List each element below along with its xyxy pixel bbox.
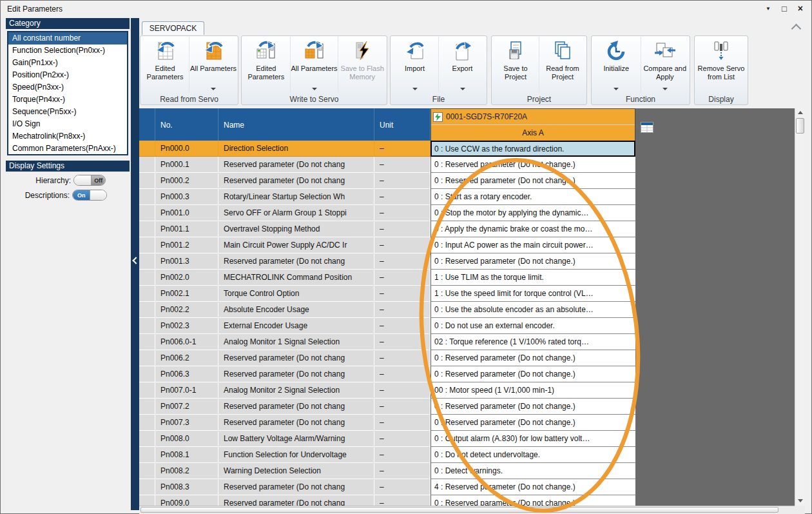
cell-value[interactable]: 0 : Reserved parameter (Do not change.): [430, 366, 635, 382]
row-selector[interactable]: [139, 318, 155, 334]
cell-value[interactable]: 0 : Stop the motor by applying the dynam…: [430, 205, 635, 221]
row-selector[interactable]: [139, 253, 155, 270]
cell-value[interactable]: 1 : Use the speed limit for torque contr…: [430, 286, 635, 302]
collapse-ribbon-icon[interactable]: [791, 24, 802, 34]
cell-value[interactable]: 0 : Start as a rotary encoder.: [430, 189, 635, 205]
category-item[interactable]: Mechatrolink(Pn8xx-): [8, 130, 127, 143]
cell-value[interactable]: 0 : Use the absolute encoder as an absol…: [430, 302, 635, 318]
cell-value[interactable]: 0 : Reserved parameter (Do not change.): [430, 157, 635, 173]
row-selector[interactable]: [139, 366, 155, 382]
horizontal-scrollbar[interactable]: [139, 506, 795, 514]
cell-value[interactable]: 0 : Reserved parameter (Do not change.): [430, 350, 635, 366]
write-all-parameters-button[interactable]: All Parameters: [290, 37, 338, 92]
table-row[interactable]: Pn007.2Reserved parameter (Do not chang–…: [139, 399, 635, 415]
table-row[interactable]: Pn001.1Overtravel Stopping Method–0 : Ap…: [139, 221, 635, 237]
category-item[interactable]: I/O Sign: [8, 118, 127, 130]
row-selector[interactable]: [139, 237, 155, 253]
row-selector[interactable]: [139, 270, 155, 286]
row-selector[interactable]: [139, 205, 155, 221]
cell-value[interactable]: 0 : Output alarm (A.830) for low battery…: [430, 431, 635, 447]
compare-and-apply-button[interactable]: Compare and Apply: [641, 37, 690, 92]
table-view-icon[interactable]: [641, 122, 653, 135]
table-row[interactable]: Pn006.3Reserved parameter (Do not chang–…: [139, 366, 635, 382]
table-row[interactable]: Pn008.2Warning Detection Selection–0 : D…: [139, 463, 635, 479]
table-row[interactable]: Pn002.1Torque Control Option–1 : Use the…: [139, 286, 635, 302]
cell-value[interactable]: 0 : Reserved parameter (Do not change.): [430, 495, 635, 506]
cell-value[interactable]: 0 : Detect warnings.: [430, 463, 635, 479]
row-selector[interactable]: [139, 479, 155, 495]
row-selector[interactable]: [139, 399, 155, 415]
table-row[interactable]: Pn000.1Reserved parameter (Do not chang–…: [139, 157, 635, 173]
table-row[interactable]: Pn000.2Reserved parameter (Do not chang–…: [139, 173, 635, 189]
table-row[interactable]: Pn001.2Main Circuit Power Supply AC/DC I…: [139, 237, 635, 253]
category-item[interactable]: Torque(Pn4xx-): [8, 94, 127, 106]
write-edited-parameters-button[interactable]: Edited Parameters: [242, 37, 290, 92]
row-selector[interactable]: [139, 495, 155, 506]
cell-value[interactable]: 02 : Torque reference (1 V/100% rated to…: [430, 334, 635, 350]
cell-value[interactable]: 0 : Apply the dynamic brake or coast the…: [430, 221, 635, 237]
table-row[interactable]: Pn000.3Rotary/Linear Startup Selection W…: [139, 189, 635, 205]
table-row[interactable]: Pn006.0-1Analog Monitor 1 Signal Selecti…: [139, 334, 635, 350]
cell-value[interactable]: 0 : Do not use an external encoder.: [430, 318, 635, 334]
sidebar-splitter[interactable]: [131, 18, 139, 510]
table-row[interactable]: Pn006.2Reserved parameter (Do not chang–…: [139, 350, 635, 366]
row-selector[interactable]: [139, 447, 155, 463]
table-row[interactable]: Pn007.3Reserved parameter (Do not chang–…: [139, 415, 635, 431]
table-row[interactable]: Pn002.0MECHATROLINK Command Position–1 :…: [139, 270, 635, 286]
table-row[interactable]: Pn008.1Function Selection for Undervolta…: [139, 447, 635, 463]
table-row[interactable]: Pn000.0Direction Selection–0 : Use CCW a…: [139, 141, 635, 157]
category-item[interactable]: Sequence(Pn5xx-): [8, 106, 127, 118]
row-selector[interactable]: [139, 415, 155, 431]
table-row[interactable]: Pn007.0-1Analog Monitor 2 Signal Selecti…: [139, 382, 635, 399]
table-row[interactable]: Pn002.3External Encoder Usage–0 : Do not…: [139, 318, 635, 334]
row-selector[interactable]: [139, 141, 155, 157]
read-edited-parameters-button[interactable]: Edited Parameters: [141, 37, 189, 92]
cell-value[interactable]: 0 : Reserved parameter (Do not change.): [430, 399, 635, 415]
export-button[interactable]: Export: [438, 37, 486, 92]
category-item[interactable]: Position(Pn2xx-): [8, 69, 127, 81]
table-row[interactable]: Pn001.3Reserved parameter (Do not chang–…: [139, 253, 635, 270]
scroll-up-icon[interactable]: [798, 111, 803, 114]
row-selector[interactable]: [139, 286, 155, 302]
servo-column-header[interactable]: 0001-SGD7S-R70F20A Axis A: [430, 108, 635, 141]
row-selector[interactable]: [139, 350, 155, 366]
tab-servopack[interactable]: SERVOPACK: [142, 21, 204, 35]
cell-value[interactable]: 0 : Reserved parameter (Do not change.): [430, 173, 635, 189]
category-item[interactable]: All constant number: [8, 32, 127, 44]
maximize-icon[interactable]: □: [782, 4, 787, 14]
row-selector[interactable]: [139, 157, 155, 173]
cell-value[interactable]: 1 : Use TLIM as the torque limit.: [430, 270, 635, 286]
row-selector[interactable]: [139, 431, 155, 447]
read-from-project-button[interactable]: Read from Project: [539, 37, 586, 92]
axis-label[interactable]: Axis A: [431, 125, 635, 141]
category-item[interactable]: Function Selection(Pn0xx-): [8, 44, 127, 57]
row-selector[interactable]: [139, 302, 155, 318]
close-icon[interactable]: ×: [798, 3, 803, 14]
header-unit[interactable]: Unit: [374, 108, 430, 141]
scrollbar-thumb[interactable]: [140, 507, 778, 513]
table-row[interactable]: Pn008.0Low Battery Voltage Alarm/Warning…: [139, 431, 635, 447]
row-selector[interactable]: [139, 189, 155, 205]
scrollbar-thumb[interactable]: [796, 118, 804, 133]
read-all-parameters-button[interactable]: All Parameters: [189, 37, 237, 92]
cell-value[interactable]: 0 : Do not detect undervoltage.: [430, 447, 635, 463]
remove-servo-from-list-button[interactable]: Remove Servo from List: [695, 37, 747, 92]
row-selector[interactable]: [139, 334, 155, 350]
cell-value[interactable]: 00 : Motor speed (1 V/1,000 min-1): [430, 382, 635, 399]
table-row[interactable]: Pn001.0Servo OFF or Alarm Group 1 Stoppi…: [139, 205, 635, 221]
table-row[interactable]: Pn009.0Reserved parameter (Do not chang–…: [139, 495, 635, 506]
category-item[interactable]: Speed(Pn3xx-): [8, 81, 127, 94]
hierarchy-toggle[interactable]: Off: [73, 175, 106, 186]
save-to-project-button[interactable]: Save to Project: [492, 37, 539, 92]
row-selector[interactable]: [139, 463, 155, 479]
cell-value[interactable]: 0 : Reserved parameter (Do not change.): [430, 253, 635, 270]
category-item[interactable]: Gain(Pn1xx-): [8, 57, 127, 69]
save-to-flash-memory-button[interactable]: Save to Flash Memory: [338, 37, 386, 92]
cell-value[interactable]: 0 : Use CCW as the forward direction.: [430, 141, 635, 157]
category-item[interactable]: Common Parameters(PnAxx-): [8, 143, 127, 155]
cell-value[interactable]: 4 : Reserved parameter (Do not change.): [430, 479, 635, 495]
row-selector[interactable]: [139, 382, 155, 399]
import-button[interactable]: Import: [391, 37, 438, 92]
descriptions-toggle[interactable]: On: [72, 190, 107, 201]
scroll-down-icon[interactable]: [798, 499, 803, 502]
